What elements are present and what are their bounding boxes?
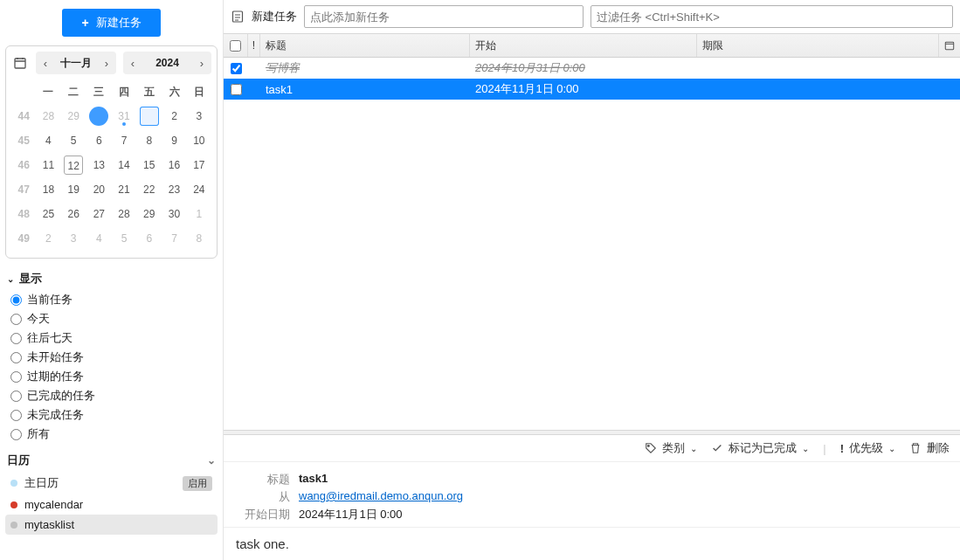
calendar-day[interactable]: 4: [36, 128, 60, 153]
filter-option[interactable]: 所有: [10, 425, 218, 444]
week-number: 45: [11, 128, 36, 153]
calendar-day[interactable]: 22: [136, 177, 162, 202]
calendar-day[interactable]: 14: [112, 153, 136, 177]
calendar-day[interactable]: 3: [187, 104, 211, 128]
filter-option[interactable]: 未完成任务: [10, 405, 218, 425]
prev-year-button[interactable]: ‹: [123, 52, 142, 74]
mini-calendar: ‹ 十一月 › ‹ 2024 › 一二三四五六日 442829303112345…: [5, 45, 218, 259]
calendar-day[interactable]: 24: [187, 177, 211, 202]
calendar-day[interactable]: 29: [136, 202, 162, 226]
header-priority-col[interactable]: !: [248, 34, 260, 57]
header-title-col[interactable]: 标题: [260, 34, 470, 57]
calendar-day[interactable]: 8: [187, 226, 211, 251]
add-task-input[interactable]: [304, 5, 584, 28]
filter-list: 当前任务今天往后七天未开始任务过期的任务已完成的任务未完成任务所有: [5, 290, 218, 444]
calendar-day[interactable]: 15: [136, 153, 162, 177]
header-checkbox[interactable]: [230, 40, 241, 52]
calendar-day[interactable]: 18: [36, 177, 60, 202]
next-year-button[interactable]: ›: [192, 52, 211, 74]
calendar-day[interactable]: 11: [36, 153, 60, 177]
task-row[interactable]: 写博客 2024年10月31日 0:00: [224, 58, 960, 79]
calendar-day[interactable]: 19: [61, 177, 86, 202]
week-number: 49: [11, 226, 36, 251]
tag-icon: [645, 442, 657, 454]
calendar-day[interactable]: 30: [162, 202, 186, 226]
calendar-day[interactable]: 9: [162, 128, 186, 153]
calendar-day[interactable]: 6: [136, 226, 162, 251]
calendar-day[interactable]: 7: [162, 226, 186, 251]
calendar-day[interactable]: 4: [86, 226, 112, 251]
calendar-day[interactable]: 6: [86, 128, 112, 153]
task-row[interactable]: task1 2024年11月1日 0:00: [224, 79, 960, 100]
calendar-day[interactable]: 31: [112, 104, 136, 128]
priority-button[interactable]: ! 优先级 ⌄: [840, 440, 895, 456]
calendar-day[interactable]: 28: [36, 104, 60, 128]
calendar-day[interactable]: 20: [86, 177, 112, 202]
main-panel: 新建任务 ! 标题 开始 期限 写博客 2024年10月31日 0:00 tas…: [223, 0, 960, 560]
calendar-day[interactable]: 1: [136, 104, 162, 128]
delete-button[interactable]: 删除: [909, 440, 950, 456]
detail-from-value[interactable]: wang@iredmail.demo.anqun.org: [299, 489, 463, 505]
calendar-day[interactable]: 29: [61, 104, 86, 128]
chevron-down-icon: ⌄: [7, 274, 14, 284]
calendar-day[interactable]: 5: [112, 226, 136, 251]
calendar-icon[interactable]: [11, 54, 29, 72]
header-start-col[interactable]: 开始: [470, 34, 697, 57]
calendar-day[interactable]: 10: [187, 128, 211, 153]
calendar-color-dot: [10, 501, 17, 508]
calendar-day[interactable]: 2: [162, 104, 186, 128]
calendar-day[interactable]: 5: [61, 128, 86, 153]
calendar-day[interactable]: 30: [86, 104, 112, 128]
year-picker: ‹ 2024 ›: [123, 52, 211, 74]
calendar-list-item[interactable]: 主日历 启用: [5, 472, 218, 494]
header-checkbox-col[interactable]: [224, 34, 248, 57]
show-section-header[interactable]: ⌄ 显示: [7, 271, 218, 287]
filter-option[interactable]: 已完成的任务: [10, 386, 218, 405]
separator: |: [823, 442, 825, 455]
task-checkbox[interactable]: [231, 63, 242, 74]
calendar-section-header[interactable]: 日历 ⌄: [7, 453, 216, 468]
calendar-day[interactable]: 21: [112, 177, 136, 202]
task-body: task one.: [224, 527, 960, 560]
calendar-color-dot: [10, 480, 17, 487]
calendar-day[interactable]: 17: [187, 153, 211, 177]
header-calendar-col[interactable]: [939, 34, 960, 57]
mark-done-button[interactable]: 标记为已完成 ⌄: [711, 440, 809, 456]
next-month-button[interactable]: ›: [97, 52, 116, 74]
calendar-day[interactable]: 16: [162, 153, 186, 177]
calendar-day[interactable]: 1: [187, 202, 211, 226]
calendar-day[interactable]: 7: [112, 128, 136, 153]
filter-option[interactable]: 过期的任务: [10, 367, 218, 386]
category-button[interactable]: 类别 ⌄: [645, 440, 697, 456]
sidebar: + 新建任务 ‹ 十一月 › ‹ 2024 › 一二三四五六日 44282930…: [0, 0, 223, 560]
calendar-day[interactable]: 26: [61, 202, 86, 226]
filter-option[interactable]: 往后七天: [10, 328, 218, 348]
calendar-day[interactable]: 27: [86, 202, 112, 226]
filter-task-input[interactable]: [591, 5, 953, 28]
calendar-day[interactable]: 28: [112, 202, 136, 226]
prev-month-button[interactable]: ‹: [36, 52, 55, 74]
priority-icon: !: [840, 442, 844, 455]
filter-option[interactable]: 当前任务: [10, 290, 218, 309]
filter-option[interactable]: 今天: [10, 309, 218, 328]
calendar-list-item[interactable]: mycalendar: [5, 494, 218, 515]
header-end-col[interactable]: 期限: [697, 34, 939, 57]
new-task-button[interactable]: + 新建任务: [62, 9, 160, 37]
calendar-day[interactable]: 25: [36, 202, 60, 226]
calendar-day[interactable]: 3: [61, 226, 86, 251]
calendar-list-item[interactable]: mytasklist: [5, 515, 218, 535]
chevron-down-icon: ⌄: [207, 454, 216, 467]
calendar-grid: 一二三四五六日 44282930311234545678910461112131…: [11, 80, 211, 251]
calendar-day[interactable]: 13: [86, 153, 112, 177]
task-checkbox[interactable]: [231, 84, 242, 95]
calendar-day[interactable]: 12: [61, 153, 86, 177]
enable-badge[interactable]: 启用: [183, 476, 212, 491]
filter-option[interactable]: 未开始任务: [10, 348, 218, 367]
weekday-header: 三: [86, 80, 112, 104]
calendar-day[interactable]: 23: [162, 177, 186, 202]
calendar-day[interactable]: 2: [36, 226, 60, 251]
week-number: 44: [11, 104, 36, 128]
task-rows: 写博客 2024年10月31日 0:00 task1 2024年11月1日 0:…: [224, 58, 960, 430]
calendar-day[interactable]: 8: [136, 128, 162, 153]
chevron-down-icon: ⌄: [888, 444, 895, 453]
